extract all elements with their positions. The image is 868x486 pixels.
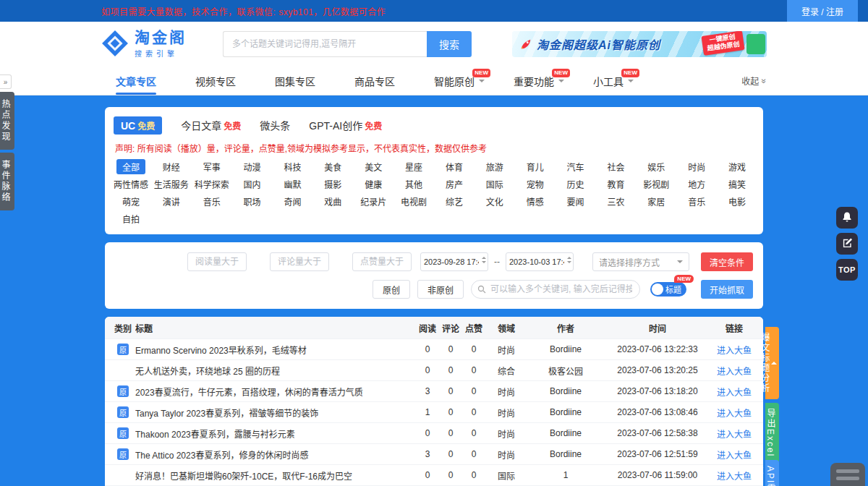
feedback-button[interactable]: [836, 233, 858, 255]
category-item[interactable]: 娱乐: [636, 158, 676, 175]
export-excel-banner[interactable]: 导出Excel: [765, 403, 779, 463]
enter-dayu-link[interactable]: 进入大鱼: [711, 469, 757, 482]
category-item[interactable]: 育儿: [515, 158, 556, 175]
category-item[interactable]: 幽默: [273, 175, 313, 192]
category-item[interactable]: 体育: [434, 158, 475, 175]
source-tab[interactable]: 微头条: [260, 118, 290, 132]
category-item[interactable]: 纪录片: [353, 192, 393, 210]
title-mode-toggle[interactable]: 标题 NEW: [650, 282, 686, 297]
category-item[interactable]: 生活服务: [151, 175, 192, 192]
expand-arrow-icon[interactable]: »: [0, 74, 12, 89]
category-item[interactable]: 宠物: [515, 175, 556, 192]
category-item[interactable]: 文化: [475, 192, 515, 210]
category-item[interactable]: 科学探索: [192, 175, 232, 192]
original-button[interactable]: 原创: [373, 280, 410, 299]
search-input[interactable]: [223, 31, 427, 57]
enter-dayu-link[interactable]: 进入大鱼: [711, 448, 757, 461]
category-item[interactable]: 汽车: [556, 158, 596, 175]
non-original-button[interactable]: 非原创: [417, 280, 464, 299]
article-title[interactable]: 无人机送外卖，环绕地球 25 圈的历程: [135, 364, 416, 377]
category-item[interactable]: 音乐: [676, 192, 717, 210]
category-item[interactable]: 美文: [353, 158, 393, 175]
category-item[interactable]: 地方: [676, 175, 717, 192]
search-button[interactable]: 搜索: [427, 31, 472, 57]
article-title[interactable]: Tanya Taylor 2023春夏系列，褶皱等细节的装饰: [135, 406, 416, 419]
stepper-icon[interactable]: [567, 257, 571, 263]
clear-filters-button[interactable]: 清空条件: [701, 252, 753, 271]
category-item[interactable]: 财经: [151, 158, 192, 175]
collapse-toggle[interactable]: 收起 »: [741, 74, 767, 87]
enter-dayu-link[interactable]: 进入大鱼: [711, 427, 757, 440]
nav-item[interactable]: 图集专区: [275, 67, 326, 95]
sort-select[interactable]: 请选择排序方式: [592, 252, 689, 271]
category-item[interactable]: 历史: [556, 175, 596, 192]
chat-widget[interactable]: [830, 463, 865, 486]
enter-dayu-link[interactable]: 进入大鱼: [711, 406, 757, 419]
category-item[interactable]: 音乐: [192, 192, 232, 210]
category-item[interactable]: 国内: [232, 175, 273, 192]
category-item[interactable]: 自拍: [111, 210, 151, 227]
category-item[interactable]: 搞笑: [717, 175, 757, 192]
category-item[interactable]: 社会: [596, 158, 637, 175]
category-item[interactable]: 科技: [273, 158, 313, 175]
left-rail-tab[interactable]: 热点发现: [0, 92, 14, 150]
category-item[interactable]: 家居: [636, 192, 676, 210]
category-item[interactable]: 美食: [312, 158, 353, 175]
category-item[interactable]: 萌宠: [111, 192, 151, 210]
article-title[interactable]: 好消息！巴基斯坦增购60架歼-10CE，取代F-16成为巴空: [135, 469, 416, 482]
category-item[interactable]: 星座: [393, 158, 434, 175]
stepper-icon[interactable]: [482, 257, 486, 263]
category-item[interactable]: 全部: [111, 158, 151, 175]
category-item[interactable]: 旅游: [475, 158, 515, 175]
keyword-input[interactable]: [471, 280, 640, 299]
source-tab[interactable]: GPT-AI创作 免费: [309, 118, 382, 132]
category-item[interactable]: 军事: [192, 158, 232, 175]
enter-dayu-link[interactable]: 进入大鱼: [711, 385, 757, 398]
comment-count-input[interactable]: [270, 252, 329, 271]
nav-item[interactable]: 重要功能 NEW: [514, 67, 564, 95]
category-item[interactable]: 影视剧: [636, 175, 676, 192]
category-item[interactable]: 动漫: [232, 158, 273, 175]
category-item[interactable]: 健康: [353, 175, 393, 192]
source-tab[interactable]: UC 免费: [114, 116, 162, 135]
start-crawl-button[interactable]: 开始抓取: [701, 280, 753, 299]
left-rail-tab[interactable]: 事件脉络: [0, 153, 14, 210]
date-to-input[interactable]: [506, 252, 574, 271]
read-count-input[interactable]: [187, 252, 247, 271]
api-request-banner[interactable]: API需求: [765, 460, 779, 486]
category-item[interactable]: 国际: [475, 175, 515, 192]
promo-banner[interactable]: 淘金阁超级Ai智能原创 一键原创 超越伪原创: [512, 31, 767, 57]
source-tab[interactable]: 今日文章 免费: [181, 118, 241, 132]
category-item[interactable]: 教育: [596, 175, 637, 192]
category-item[interactable]: 综艺: [434, 192, 475, 210]
like-count-input[interactable]: [352, 252, 412, 271]
category-item[interactable]: 房产: [434, 175, 475, 192]
article-title[interactable]: Thakoon 2023春夏系列，露腰与衬衫元素: [135, 427, 416, 440]
title-analysis-banner[interactable]: 爆文标题分析: [765, 327, 779, 399]
category-item[interactable]: 其他: [393, 175, 434, 192]
enter-dayu-link[interactable]: 进入大鱼: [711, 344, 757, 356]
notification-bell-button[interactable]: [836, 207, 858, 229]
category-item[interactable]: 摄影: [312, 175, 353, 192]
banner-cta[interactable]: [746, 34, 765, 54]
back-to-top-button[interactable]: TOP: [836, 259, 858, 281]
logo[interactable]: 淘金阁 搜索引擎: [101, 30, 187, 59]
category-item[interactable]: 情感: [515, 192, 556, 210]
category-item[interactable]: 电影: [717, 192, 757, 210]
nav-item[interactable]: 商品专区: [354, 67, 405, 95]
login-register-button[interactable]: 登录 / 注册: [787, 0, 858, 22]
nav-item[interactable]: 视频专区: [195, 67, 246, 95]
category-item[interactable]: 时尚: [676, 158, 717, 175]
date-from-input[interactable]: [420, 252, 488, 271]
category-item[interactable]: 职场: [232, 192, 273, 210]
category-item[interactable]: 两性情感: [111, 175, 151, 192]
enter-dayu-link[interactable]: 进入大鱼: [711, 364, 757, 377]
nav-item[interactable]: 智能原创 NEW: [434, 67, 485, 95]
category-item[interactable]: 电视剧: [393, 192, 434, 210]
category-item[interactable]: 游戏: [717, 158, 757, 175]
category-item[interactable]: 戏曲: [312, 192, 353, 210]
article-title[interactable]: Ermanno Scervino 2023早秋系列，毛绒等材: [135, 344, 416, 356]
category-item[interactable]: 要闻: [556, 192, 596, 210]
category-item[interactable]: 演讲: [151, 192, 192, 210]
article-title[interactable]: The Attico 2023春夏系列，修身的休闲时尚感: [135, 448, 416, 461]
